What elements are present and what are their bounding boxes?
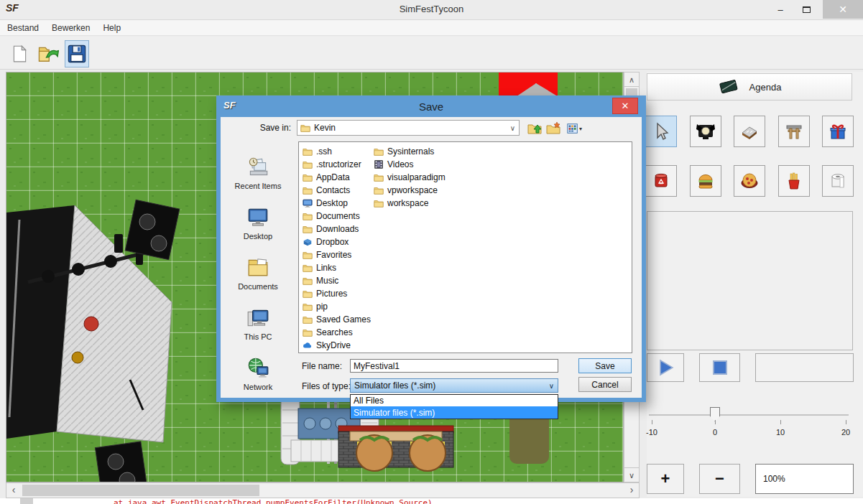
file-item-label: Favorites [316,250,351,260]
tool-road-button[interactable] [734,116,765,147]
cancel-button[interactable]: Cancel [578,377,632,392]
scroll-up-icon[interactable]: ∧ [624,73,639,87]
gift-icon [829,122,847,141]
dialog-close-button[interactable]: ✕ [612,98,638,114]
file-item[interactable]: Documents [303,210,360,222]
file-item-label: Contacts [316,185,350,195]
chevron-down-icon[interactable]: ∨ [510,124,515,132]
file-item[interactable]: SkyDrive [303,339,351,351]
tool-toilet-paper-button[interactable] [822,165,854,197]
view-menu-button[interactable]: ▾ [564,121,584,136]
place-this-pc[interactable]: This PC [223,297,292,341]
place-documents[interactable]: Documents [223,246,292,291]
file-type-dropdown: All Files Simulator files (*.sim) [350,394,558,419]
file-item[interactable]: Contacts [303,184,350,196]
menu-help[interactable]: Help [103,23,121,33]
tool-pizza-button[interactable] [734,165,765,197]
monitor-icon [303,198,313,208]
folder-icon [303,327,313,337]
zoom-out-button[interactable]: − [699,464,740,494]
zoom-level-field[interactable]: 100% [755,464,854,494]
new-folder-icon [546,121,560,136]
dropdown-option-sim-files[interactable]: Simulator files (*.sim) [351,406,558,419]
speed-slider-thumb[interactable] [710,407,720,421]
file-item[interactable]: Desktop [303,197,348,209]
file-item[interactable]: workspace [374,197,428,209]
place-label: Desktop [244,232,272,241]
maximize-button[interactable] [795,0,817,19]
network-icon [246,356,270,381]
file-item[interactable]: visualparadigm [374,171,446,183]
file-item[interactable]: Pictures [303,287,347,299]
file-item-label: .ssh [316,146,332,157]
files-of-type-combobox[interactable]: Simulator files (*.sim) ∨ [350,378,558,393]
slider-tick [780,420,781,424]
place-desktop[interactable]: Desktop [223,196,292,241]
scroll-down-icon[interactable]: ∨ [624,467,639,482]
file-item[interactable]: .structorizer [303,158,361,170]
files-of-type-label: Files of type: [302,381,351,391]
menu-bewerken[interactable]: Bewerken [52,23,90,33]
agenda-label: Agenda [749,82,782,93]
chevron-down-icon[interactable]: ∨ [549,382,554,390]
file-item[interactable]: Downloads [303,223,359,235]
tool-fries-button[interactable] [778,165,810,197]
tool-gift-button[interactable] [822,116,854,147]
tool-burger-button[interactable] [690,165,721,197]
close-button[interactable]: ✕ [823,0,863,19]
title-bar[interactable]: SF SimFestTycoon – ✕ [0,0,863,19]
stop-button[interactable] [699,353,740,382]
save-in-combobox[interactable]: Kevin ∨ [297,120,520,136]
file-item-label: AppData [316,172,350,182]
tool-entrance-gate-button[interactable] [778,116,810,147]
agenda-button[interactable]: Agenda [647,73,852,101]
save-in-value: Kevin [314,123,336,133]
open-file-button[interactable] [36,41,60,67]
file-item[interactable]: Sysinternals [374,145,434,157]
file-item[interactable]: vpworkspace [374,184,438,196]
file-item[interactable]: pip [303,300,328,312]
new-file-button[interactable] [7,41,32,67]
file-item[interactable]: Videos [374,158,413,170]
stack-trace-text: at java.awt.EventDispatchThread.pumpEven… [114,498,433,504]
tool-trash-can-button[interactable] [645,165,677,197]
scroll-right-icon[interactable]: › [624,483,639,498]
save-button[interactable]: Save [578,358,632,373]
file-item[interactable]: Saved Games [303,313,371,325]
place-network[interactable]: Network [223,347,292,391]
dropdown-option-all-files[interactable]: All Files [351,395,558,406]
canvas-horizontal-scrollbar[interactable]: ‹ › [6,482,640,498]
scroll-left-icon[interactable]: ‹ [6,483,21,498]
burger-stand[interactable] [338,426,453,471]
file-name-input[interactable] [350,359,558,373]
file-item[interactable]: Dropbox [303,235,349,248]
new-folder-button[interactable] [545,121,561,136]
folder-icon [303,224,313,234]
place-recent-items[interactable]: Recent Items [223,146,292,190]
entrance-gate-icon [785,122,803,141]
speed-slider-track[interactable] [649,414,849,416]
file-item[interactable]: Links [303,261,336,274]
file-item[interactable]: .ssh [303,145,332,157]
file-item[interactable]: Music [303,274,338,286]
dialog-title: Save [221,101,642,113]
file-item[interactable]: AppData [303,171,350,183]
zoom-in-button[interactable]: + [647,464,684,494]
horizontal-scroll-thumb[interactable] [22,485,259,496]
save-file-button[interactable] [65,40,89,67]
file-list[interactable]: .ssh .structorizer AppData Contacts Desk… [298,141,632,353]
minimize-button[interactable]: – [770,0,791,19]
file-item[interactable]: Favorites [303,248,351,261]
film-icon [374,159,384,169]
dialog-title-bar[interactable]: SF Save ✕ [221,95,642,117]
tool-cursor-button[interactable] [645,116,677,147]
play-button[interactable] [647,353,684,382]
file-item[interactable]: Searches [303,326,353,338]
file-item-label: Documents [316,211,360,221]
menu-bestand[interactable]: Bestand [7,23,39,33]
tool-spotlight-button[interactable] [690,116,721,147]
dialog-body: Save in: Kevin ∨ ▾ Recent Items [221,117,642,398]
window-title: SimFestTycoon [0,4,863,14]
up-one-level-button[interactable] [527,121,543,136]
file-item-label: pip [316,302,328,312]
